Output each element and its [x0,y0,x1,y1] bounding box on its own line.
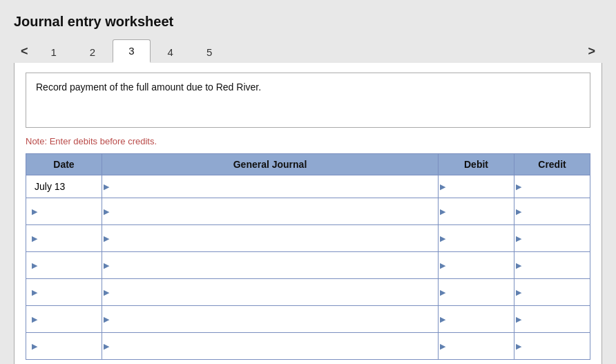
credit-cell-2[interactable]: ▶ [514,225,590,252]
credit-cell-0[interactable]: ▶ [514,175,590,198]
journal-cell-0[interactable]: ▶ [102,175,439,198]
debit-cell-6[interactable]: ▶ [439,333,514,360]
credit-cell-1[interactable]: ▶ [514,198,590,225]
debit-input-0[interactable] [445,176,514,197]
tab-3[interactable]: 3 [113,39,150,63]
page-title: Journal entry worksheet [14,14,602,30]
credit-input-2[interactable] [521,228,590,249]
table-row: ▶▶▶▶ [26,333,590,360]
credit-cell-6[interactable]: ▶ [514,333,590,360]
credit-input-0[interactable] [521,176,590,197]
date-input-6[interactable] [37,336,97,356]
credit-input-3[interactable] [521,255,590,276]
date-cell-6[interactable]: ▶ [26,333,102,360]
journal-input-1[interactable] [109,201,438,222]
tab-5[interactable]: 5 [191,41,228,63]
date-input-4[interactable] [37,282,97,303]
date-cell-1[interactable]: ▶ [26,198,102,225]
journal-cell-3[interactable]: ▶ [102,252,439,279]
tab-prev-button[interactable]: < [14,42,35,60]
date-input-2[interactable] [37,228,97,249]
credit-cell-3[interactable]: ▶ [514,252,590,279]
debit-cell-2[interactable]: ▶ [439,225,514,252]
credit-input-6[interactable] [521,336,590,356]
credit-input-1[interactable] [521,201,590,222]
date-input-3[interactable] [37,255,97,276]
tab-4[interactable]: 4 [152,41,189,63]
header-credit: Credit [514,154,590,175]
table-row: ▶▶▶▶ [26,306,590,333]
credit-cell-5[interactable]: ▶ [514,306,590,333]
table-header-row: Date General Journal Debit Credit [26,154,590,175]
date-cell-3[interactable]: ▶ [26,252,102,279]
journal-input-3[interactable] [109,255,438,276]
table-row: ▶▶▶▶ [26,198,590,225]
table-row: ▶▶▶▶ [26,252,590,279]
debit-cell-5[interactable]: ▶ [439,306,514,333]
debit-cell-1[interactable]: ▶ [439,198,514,225]
debit-input-2[interactable] [445,228,514,249]
debit-input-3[interactable] [445,255,514,276]
debit-cell-0[interactable]: ▶ [439,175,514,198]
header-date: Date [26,154,102,175]
debit-cell-4[interactable]: ▶ [439,279,514,306]
credit-cell-4[interactable]: ▶ [514,279,590,306]
journal-input-6[interactable] [109,336,438,356]
date-cell-4[interactable]: ▶ [26,279,102,306]
table-row: ▶▶▶ [26,175,590,198]
tab-2[interactable]: 2 [74,41,111,63]
tab-1[interactable]: 1 [35,41,73,63]
date-cell-2[interactable]: ▶ [26,225,102,252]
journal-cell-5[interactable]: ▶ [102,306,439,333]
journal-input-2[interactable] [109,228,438,249]
journal-input-4[interactable] [109,282,438,303]
journal-cell-2[interactable]: ▶ [102,225,439,252]
date-input-1[interactable] [37,201,97,222]
journal-input-5[interactable] [109,309,438,329]
date-cell-5[interactable]: ▶ [26,306,102,333]
content-area: Record payment of the full amount due to… [14,62,602,364]
debit-input-5[interactable] [445,309,514,329]
date-input-0[interactable] [30,178,97,195]
journal-input-0[interactable] [109,176,438,197]
note-text: Note: Enter debits before credits. [26,136,590,146]
credit-input-4[interactable] [521,282,590,303]
date-input-5[interactable] [37,309,97,329]
header-journal: General Journal [102,154,439,175]
tabs-row: < 1 2 3 4 5 > [14,39,602,63]
journal-cell-6[interactable]: ▶ [102,333,439,360]
tab-next-button[interactable]: > [581,42,602,60]
debit-cell-3[interactable]: ▶ [439,252,514,279]
table-row: ▶▶▶▶ [26,279,590,306]
journal-cell-1[interactable]: ▶ [102,198,439,225]
credit-input-5[interactable] [521,309,590,329]
debit-input-6[interactable] [445,336,514,356]
table-row: ▶▶▶▶ [26,225,590,252]
date-cell-0[interactable] [26,175,102,198]
debit-input-4[interactable] [445,282,514,303]
description-text: Record payment of the full amount due to… [36,82,261,93]
debit-input-1[interactable] [445,201,514,222]
header-debit: Debit [439,154,514,175]
journal-table: Date General Journal Debit Credit ▶▶▶▶▶▶… [26,153,590,360]
journal-cell-4[interactable]: ▶ [102,279,439,306]
description-box: Record payment of the full amount due to… [26,73,590,128]
